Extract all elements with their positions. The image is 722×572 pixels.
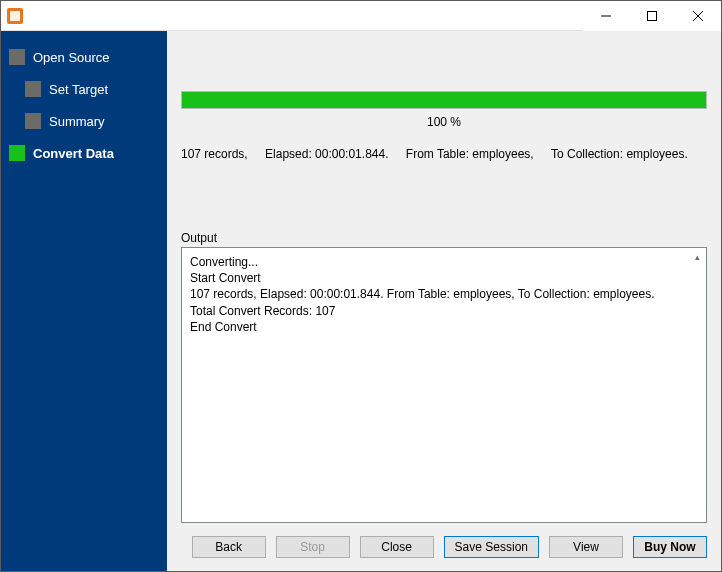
sidebar-item-label: Convert Data	[33, 146, 114, 161]
sidebar-item-label: Summary	[49, 114, 105, 129]
progress-fill	[182, 92, 706, 108]
content-area: 100 % 107 records, Elapsed: 00:00:01.844…	[167, 31, 721, 531]
save-session-button[interactable]: Save Session	[444, 536, 539, 558]
step-icon-active	[9, 145, 25, 161]
status-to: To Collection: employees.	[551, 147, 688, 161]
progress-percent: 100 %	[181, 115, 707, 129]
output-line: Converting...	[190, 254, 698, 270]
progress-section: 100 %	[181, 91, 707, 129]
body: Open Source Set Target Summary Convert D…	[1, 31, 721, 571]
maximize-button[interactable]	[629, 1, 675, 31]
app-window: Open Source Set Target Summary Convert D…	[0, 0, 722, 572]
sidebar-item-label: Set Target	[49, 82, 108, 97]
main-panel: 100 % 107 records, Elapsed: 00:00:01.844…	[167, 31, 721, 571]
minimize-button[interactable]	[583, 1, 629, 31]
view-button[interactable]: View	[549, 536, 623, 558]
scrollbar[interactable]: ▴	[690, 250, 704, 264]
sidebar-item-summary[interactable]: Summary	[1, 105, 167, 137]
wizard-sidebar: Open Source Set Target Summary Convert D…	[1, 31, 167, 571]
scroll-up-icon[interactable]: ▴	[690, 250, 704, 264]
output-line: Total Convert Records: 107	[190, 303, 698, 319]
button-row: Back Stop Close Save Session View Buy No…	[167, 531, 721, 571]
status-elapsed: Elapsed: 00:00:01.844.	[265, 147, 388, 161]
status-from: From Table: employees,	[406, 147, 534, 161]
output-line: Start Convert	[190, 270, 698, 286]
stop-button: Stop	[276, 536, 350, 558]
back-button[interactable]: Back	[192, 536, 266, 558]
close-button[interactable]: Close	[360, 536, 434, 558]
close-window-button[interactable]	[675, 1, 721, 31]
sidebar-item-label: Open Source	[33, 50, 110, 65]
titlebar	[1, 1, 721, 31]
progress-bar	[181, 91, 707, 109]
svg-rect-1	[648, 11, 657, 20]
status-line: 107 records, Elapsed: 00:00:01.844. From…	[181, 147, 707, 161]
buy-now-button[interactable]: Buy Now	[633, 536, 707, 558]
output-line: 107 records, Elapsed: 00:00:01.844. From…	[190, 286, 698, 302]
sidebar-item-open-source[interactable]: Open Source	[1, 41, 167, 73]
output-label: Output	[181, 231, 707, 245]
output-textarea[interactable]: Converting... Start Convert 107 records,…	[181, 247, 707, 523]
sidebar-item-convert-data[interactable]: Convert Data	[1, 137, 167, 169]
status-records: 107 records,	[181, 147, 248, 161]
step-icon	[25, 113, 41, 129]
app-icon	[7, 8, 23, 24]
sidebar-item-set-target[interactable]: Set Target	[1, 73, 167, 105]
output-line: End Convert	[190, 319, 698, 335]
step-icon	[25, 81, 41, 97]
step-icon	[9, 49, 25, 65]
